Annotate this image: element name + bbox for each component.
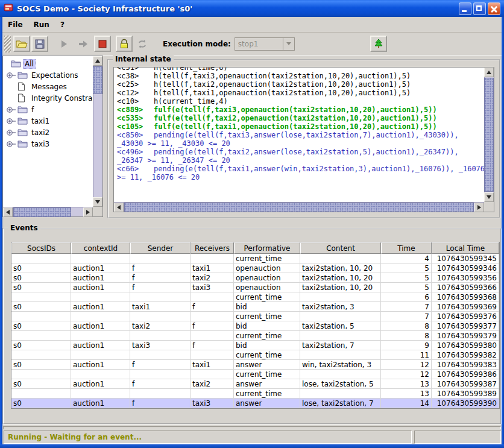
cell-receivers: f: [191, 321, 234, 331]
scroll-down-icon[interactable]: [484, 192, 494, 202]
state-vertical-scrollbar: [484, 68, 494, 202]
internal-state-textarea[interactable]: <c51>h(current_time,6)<c38>h(tell(f,taxi…: [113, 67, 494, 212]
cell-performative: bid: [234, 302, 300, 312]
society-tree-icon: [374, 39, 383, 49]
cell-sender: taxi3: [130, 341, 191, 350]
tree-item-label: Integrity Constraints: [30, 93, 93, 103]
cell-local-time: 1076430599369: [432, 302, 499, 312]
step-forward-icon: [78, 40, 88, 48]
cell-sender: f: [130, 283, 191, 292]
table-row[interactable]: current_time121076430599386: [11, 370, 499, 379]
table-row[interactable]: s0auction1taxi1fbidtaxi2station, 3710764…: [11, 302, 499, 312]
table-row[interactable]: s0auction1taxi3fbidtaxi2station, 7910764…: [11, 341, 499, 350]
table-row[interactable]: s0auction1taxi2fbidtaxi2station, 5810764…: [11, 321, 499, 331]
tree-vertical-scrollbar: [93, 56, 102, 207]
menu-help[interactable]: ?: [55, 19, 70, 31]
cell-performative: current_time: [234, 312, 300, 321]
expand-handle-icon[interactable]: [6, 140, 17, 148]
save-icon: [35, 39, 45, 49]
state-line: _26347 >= 11, _26347 <= 20: [117, 156, 484, 165]
cell-content: [300, 292, 381, 302]
scroll-right-icon[interactable]: [83, 207, 93, 217]
open-button[interactable]: [13, 36, 30, 52]
state-line: <c105>fulf(e(tell(f,taxi1,openauction(ta…: [117, 122, 484, 131]
cell-sender: taxi1: [130, 302, 191, 312]
window-border-right: [502, 17, 504, 448]
table-row[interactable]: current_time111076430599382: [11, 350, 499, 360]
expand-handle-icon[interactable]: [6, 72, 17, 79]
tree-item-f[interactable]: f: [3, 104, 93, 115]
agent-tree-panel: AllExpectationsMessagesIntegrity Constra…: [2, 55, 103, 217]
expand-handle-icon[interactable]: [6, 118, 17, 125]
events-panel: Events SocsIDscontextIdSenderReceiversPe…: [2, 228, 502, 424]
table-row[interactable]: s0auction1ftaxi1answerwin, taxi2station,…: [11, 360, 499, 370]
tree-item-integrity-constraints[interactable]: Integrity Constraints: [3, 92, 93, 104]
scrollbar-thumb[interactable]: [484, 78, 494, 192]
folder-icon: [17, 140, 30, 148]
minimize-button[interactable]: [459, 2, 471, 15]
maximize-button[interactable]: [473, 2, 486, 15]
tree-item-taxi1[interactable]: taxi1: [3, 115, 93, 127]
table-row[interactable]: current_time41076430599345: [11, 254, 499, 263]
cell-sender: f: [130, 399, 191, 408]
column-header-performative[interactable]: Performative: [234, 242, 300, 254]
state-line: <c12>h(tell(f,taxi1,openauction(taxi2sta…: [117, 89, 484, 97]
table-row[interactable]: s0auction1ftaxi1openauctiontaxi2station,…: [11, 263, 499, 273]
stop-button[interactable]: [94, 36, 111, 52]
cell-receivers: [191, 292, 234, 302]
column-header-receivers[interactable]: Receivers: [191, 242, 234, 254]
state-line: <c10>h(current_time,4): [117, 97, 484, 106]
expand-handle-icon[interactable]: [6, 129, 17, 136]
scrollbar-thumb[interactable]: [13, 207, 71, 217]
table-row[interactable]: current_time61076430599368: [11, 292, 499, 302]
cell-receivers: [191, 389, 234, 399]
tree-item-expectations[interactable]: Expectations: [3, 69, 93, 81]
cell-time: 8: [381, 331, 432, 341]
tree-item-all[interactable]: All: [3, 58, 93, 69]
column-header-content[interactable]: Content: [300, 242, 381, 254]
tree-item-taxi2[interactable]: taxi2: [3, 127, 93, 138]
column-header-contextid[interactable]: contextId: [71, 242, 130, 254]
expand-handle-icon[interactable]: [6, 106, 17, 113]
table-row[interactable]: s0auction1ftaxi2openauctiontaxi2station,…: [11, 273, 499, 283]
cell-sender: f: [130, 273, 191, 283]
scroll-down-icon[interactable]: [93, 197, 102, 207]
scroll-up-icon[interactable]: [93, 56, 102, 66]
tree-item-taxi3[interactable]: taxi3: [3, 138, 93, 150]
cell-socsids: s0: [11, 321, 71, 331]
table-row[interactable]: s0auction1ftaxi3answerlose, taxi2station…: [11, 399, 499, 408]
scroll-right-icon[interactable]: [474, 203, 484, 212]
society-button[interactable]: [370, 36, 387, 52]
table-row[interactable]: current_time131076430599389: [11, 389, 499, 399]
cell-content: taxi2station, 7: [300, 341, 381, 350]
cell-time: 6: [381, 292, 432, 302]
menu-file[interactable]: File: [2, 19, 28, 31]
table-row[interactable]: s0auction1ftaxi2answerlose, taxi2station…: [11, 379, 499, 389]
scroll-left-icon[interactable]: [3, 207, 13, 217]
scroll-up-icon[interactable]: [484, 68, 494, 77]
lock-button[interactable]: [116, 36, 133, 52]
cell-content: taxi2station, 5: [300, 321, 381, 331]
cell-receivers: taxi3: [191, 283, 234, 292]
column-header-time[interactable]: Time: [381, 242, 432, 254]
menu-run[interactable]: Run: [28, 19, 55, 31]
scrollbar-thumb[interactable]: [93, 66, 102, 94]
save-button[interactable]: [31, 36, 48, 52]
table-row[interactable]: s0auction1ftaxi3openauctiontaxi2station,…: [11, 283, 499, 292]
cell-sender: f: [130, 379, 191, 389]
scrollbar-thumb[interactable]: [124, 203, 474, 212]
table-row[interactable]: current_time71076430599376: [11, 312, 499, 321]
close-button[interactable]: [488, 2, 500, 15]
cell-contextid: [71, 350, 130, 360]
tree-item-messages[interactable]: Messages: [3, 81, 93, 92]
agent-tree[interactable]: AllExpectationsMessagesIntegrity Constra…: [3, 56, 93, 207]
toolbar-drag-handle[interactable]: [4, 36, 11, 52]
column-header-socsids[interactable]: SocsIDs: [11, 242, 71, 254]
column-header-sender[interactable]: Sender: [130, 242, 191, 254]
table-row[interactable]: current_time81076430599379: [11, 331, 499, 341]
cell-contextid: auction1: [71, 302, 130, 312]
open-folder-icon: [16, 39, 28, 49]
cell-sender: [130, 292, 191, 302]
column-header-local-time[interactable]: Local Time: [432, 242, 499, 254]
scroll-left-icon[interactable]: [114, 203, 124, 212]
